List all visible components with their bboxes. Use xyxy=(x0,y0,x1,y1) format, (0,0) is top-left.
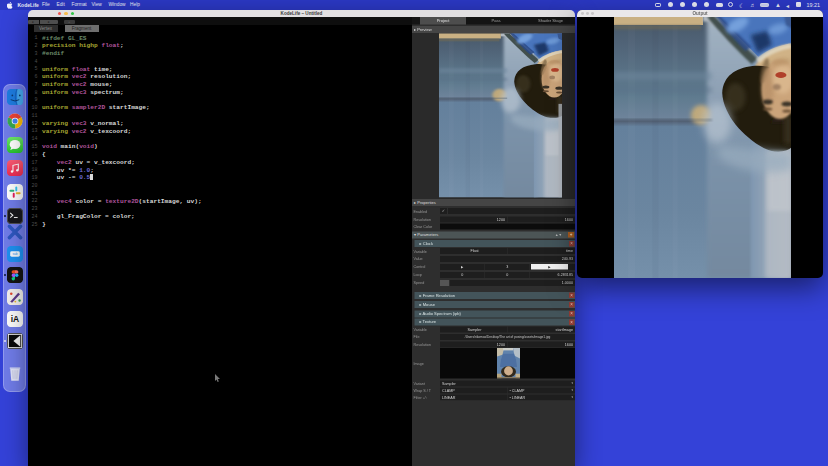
svg-text:iA: iA xyxy=(10,314,19,324)
svg-text:sub: sub xyxy=(12,252,17,256)
